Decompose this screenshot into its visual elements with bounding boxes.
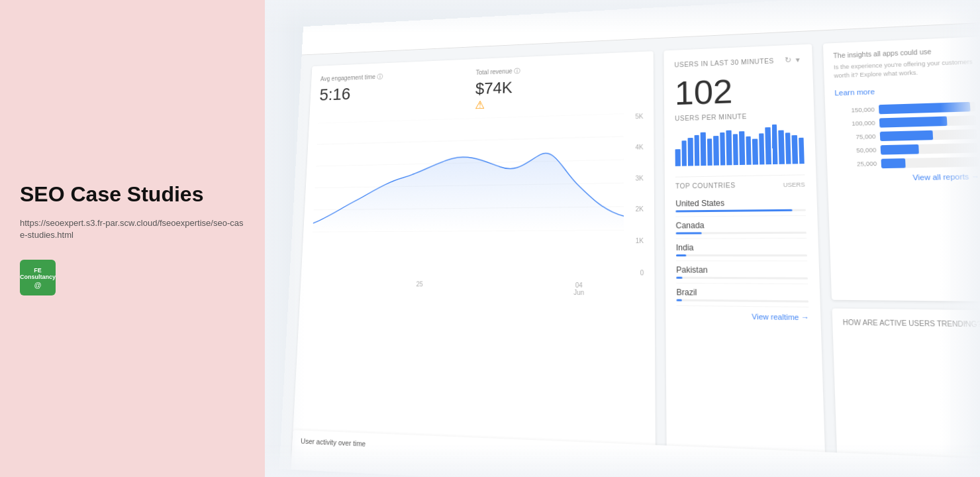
line-chart-svg	[313, 113, 624, 232]
bar-mini	[778, 130, 784, 164]
page-url: https://seoexpert.s3.fr-par.scw.cloud/fs…	[20, 217, 245, 241]
y-axis-labels-right: 5K 4K 3K 2K 1K 0	[635, 113, 644, 276]
blur-overlay-right	[940, 0, 980, 477]
analytics-content: Avg engagement time ⓘ 5:16 Total revenue…	[279, 0, 980, 477]
country-bar-fill	[676, 254, 686, 256]
bar-chart-mini	[675, 124, 805, 166]
realtime-title: USERS IN LAST 30 MINUTES	[674, 57, 774, 68]
y-label-0: 0	[640, 269, 644, 276]
bar-mini	[707, 138, 712, 166]
top-countries-title: TOP COUNTRIES	[675, 182, 736, 189]
engagement-metric: Avg engagement time ⓘ 5:16	[318, 69, 476, 117]
country-bar-fill	[677, 299, 682, 301]
badge-icon: @	[34, 281, 41, 289]
realtime-header: USERS IN LAST 30 MINUTES ↻ ▼	[674, 55, 801, 69]
bar-mini	[732, 134, 738, 165]
y-label-5k: 5K	[635, 113, 643, 120]
country-bar-fill	[676, 232, 702, 234]
country-row: Canada	[675, 216, 807, 239]
svg-line-1	[317, 136, 624, 144]
bar-mini	[701, 132, 706, 166]
blur-overlay-left	[265, 0, 305, 477]
country-bar-container	[676, 232, 807, 235]
learn-more-link[interactable]: Learn more	[834, 87, 875, 97]
realtime-count: 102	[675, 72, 803, 109]
engagement-value: 5:16	[319, 80, 475, 105]
revenue-value: $74K	[475, 73, 644, 99]
country-bar-container	[676, 254, 807, 256]
country-row: Brazil	[676, 284, 808, 307]
country-bar-container	[677, 299, 809, 303]
country-bar-fill	[676, 277, 683, 279]
bar-mini	[739, 131, 745, 165]
chart-section: Avg engagement time ⓘ 5:16 Total revenue…	[291, 51, 656, 474]
refresh-icon: ↻	[785, 56, 792, 65]
x-axis-labels: 25 04Jun	[309, 280, 624, 297]
top-countries-header: TOP COUNTRIES USERS	[675, 174, 805, 189]
warning-icon: ⚠	[475, 99, 485, 111]
bar-mini	[759, 133, 765, 164]
dashboard-wrapper: Avg engagement time ⓘ 5:16 Total revenue…	[279, 0, 980, 477]
users-col-label: USERS	[783, 181, 805, 188]
bar-mini	[694, 135, 699, 166]
h-bar-fill	[880, 131, 934, 141]
bar-mini	[720, 132, 726, 165]
y-label-1k: 1K	[636, 237, 644, 244]
bar-mini	[791, 135, 797, 164]
country-row: India	[676, 238, 807, 261]
country-name: Brazil	[676, 288, 808, 298]
realtime-controls[interactable]: ↻ ▼	[785, 55, 801, 65]
country-name: United States	[675, 197, 806, 208]
country-name: Canada	[676, 220, 807, 231]
h-bar-fill	[881, 144, 920, 155]
per-minute-label: USERS PER MINUTE	[675, 111, 803, 123]
h-bar-label: 50,000	[836, 147, 876, 155]
h-bar-fill	[881, 158, 905, 168]
country-bar-fill	[675, 209, 792, 213]
page-title: SEO Case Studies	[20, 182, 245, 207]
country-bar-container	[676, 277, 808, 280]
bar-mini	[746, 136, 752, 165]
countries-list: United StatesCanadaIndiaPakistanBrazil	[675, 193, 808, 307]
badge-text-line1: FE Consultancy	[20, 267, 56, 282]
realtime-section: USERS IN LAST 30 MINUTES ↻ ▼ 102 USERS P…	[663, 44, 826, 477]
h-bar-label: 75,000	[836, 133, 876, 141]
revenue-metric: Total revenue ⓘ $74K ⚠	[475, 62, 643, 112]
chart-header: Avg engagement time ⓘ 5:16 Total revenue…	[318, 62, 643, 117]
country-row: Pakistan	[676, 261, 808, 284]
line-chart-area: 5K 4K 3K 2K 1K 0 25 04Jun	[309, 113, 644, 297]
bar-mini	[765, 127, 771, 164]
bar-mini	[771, 125, 777, 164]
bar-mini	[785, 132, 791, 164]
country-name: Pakistan	[676, 265, 808, 275]
chevron-icon: ▼	[794, 56, 801, 63]
bar-mini	[675, 149, 681, 166]
y-label-3k: 3K	[636, 174, 644, 182]
bar-mini	[799, 138, 805, 164]
left-panel: SEO Case Studies https://seoexpert.s3.fr…	[0, 0, 265, 477]
bar-mini	[752, 139, 758, 165]
h-bar-fill	[879, 117, 947, 128]
right-panel: Avg engagement time ⓘ 5:16 Total revenue…	[265, 0, 980, 477]
h-bar-label: 150,000	[835, 107, 875, 115]
blur-overlay-bottom	[265, 444, 980, 477]
h-bar-label: 100,000	[836, 120, 875, 128]
bar-mini	[713, 136, 718, 165]
bar-mini	[688, 138, 693, 166]
country-row: United States	[675, 193, 806, 217]
bar-mini	[681, 141, 687, 166]
logo-badge: FE Consultancy @	[20, 260, 56, 295]
country-name: India	[676, 242, 807, 252]
country-bar-container	[675, 209, 806, 213]
h-bar-label: 25,000	[837, 160, 877, 168]
blur-overlay-top	[265, 0, 980, 33]
dashboard-grid: Avg engagement time ⓘ 5:16 Total revenue…	[279, 23, 980, 477]
y-label-2k: 2K	[636, 205, 644, 213]
bar-mini	[726, 130, 732, 165]
y-label-4k: 4K	[635, 143, 643, 150]
view-realtime-link[interactable]: View realtime →	[677, 311, 809, 321]
